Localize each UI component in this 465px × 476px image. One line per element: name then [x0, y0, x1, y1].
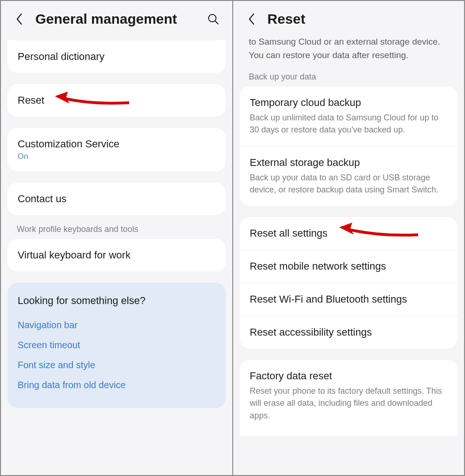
link-font-size-style[interactable]: Font size and style [18, 355, 216, 375]
customization-status: On [18, 152, 216, 161]
page-title: General management [35, 11, 197, 27]
row-temporary-cloud-backup[interactable]: Temporary cloud backup Back up unlimited… [240, 86, 458, 146]
row-virtual-keyboard-work[interactable]: Virtual keyboard for work [7, 239, 226, 271]
row-external-storage-backup[interactable]: External storage backup Back up your dat… [240, 146, 458, 206]
looking-card: Looking for something else? Navigation b… [7, 283, 226, 408]
link-navigation-bar[interactable]: Navigation bar [18, 315, 216, 335]
intro-text: to Samsung Cloud or an external storage … [233, 35, 465, 67]
svg-point-0 [209, 14, 216, 22]
card-reset: Reset [7, 84, 226, 117]
work-section-label: Work profile keyboards and tools [17, 225, 216, 234]
link-bring-data[interactable]: Bring data from old device [18, 375, 216, 395]
search-button[interactable] [205, 11, 221, 27]
row-contact-us[interactable]: Contact us [7, 183, 226, 215]
right-pane: Reset to Samsung Cloud or an external st… [232, 1, 465, 475]
row-reset-all-settings[interactable]: Reset all settings [240, 217, 458, 250]
row-customization-service[interactable]: Customization Service On [7, 128, 226, 172]
card-backup: Temporary cloud backup Back up unlimited… [240, 86, 458, 206]
row-reset-accessibility[interactable]: Reset accessibility settings [240, 316, 458, 349]
row-factory-data-reset[interactable]: Factory data reset Reset your phone to i… [240, 360, 458, 435]
search-icon [207, 13, 219, 25]
link-screen-timeout[interactable]: Screen timeout [18, 335, 216, 355]
row-reset-mobile-network[interactable]: Reset mobile network settings [240, 250, 458, 283]
header-left: General management [1, 1, 232, 40]
looking-title: Looking for something else? [18, 295, 216, 307]
card-work-keyboard: Virtual keyboard for work [7, 239, 226, 271]
card-contact: Contact us [7, 183, 226, 215]
page-title: Reset [268, 11, 453, 27]
chevron-left-icon [16, 13, 23, 25]
back-button[interactable] [12, 12, 27, 26]
row-personal-dictionary[interactable]: Personal dictionary [7, 40, 226, 73]
backup-section-label: Back up your data [249, 72, 449, 82]
card-customization: Customization Service On [7, 128, 226, 172]
row-reset[interactable]: Reset [7, 84, 226, 117]
card-reset-options: Reset all settings Reset mobile network … [240, 217, 458, 349]
back-button[interactable] [244, 12, 259, 26]
card-factory-reset: Factory data reset Reset your phone to i… [240, 360, 458, 435]
card-personal-dictionary: Personal dictionary [7, 40, 226, 73]
left-pane: General management Personal dictionary R… [1, 1, 232, 475]
row-reset-wifi-bluetooth[interactable]: Reset Wi-Fi and Bluetooth settings [240, 283, 458, 316]
header-right: Reset [233, 1, 465, 35]
chevron-left-icon [248, 13, 255, 25]
